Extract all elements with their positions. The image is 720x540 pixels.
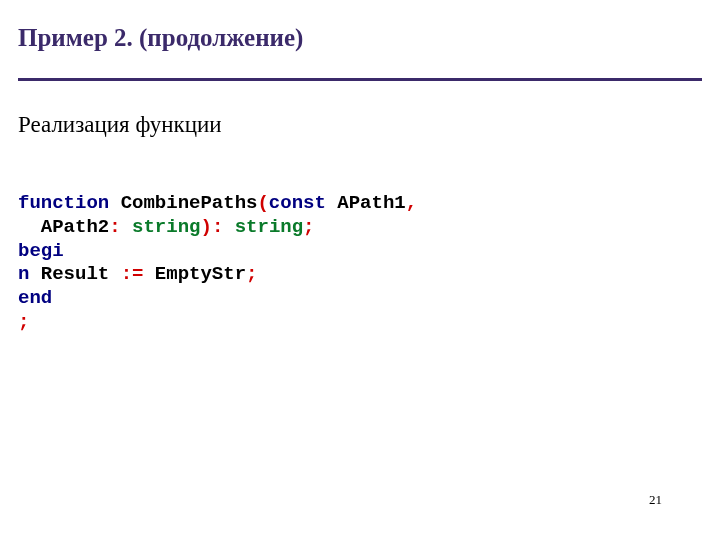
- comma: ,: [406, 192, 417, 214]
- slide: Пример 2. (продолжение) Реализация функц…: [0, 0, 720, 540]
- semicolon-2: ;: [246, 263, 257, 285]
- page-number: 21: [649, 492, 662, 508]
- semicolon-1: ;: [303, 216, 314, 238]
- keyword-begin-part2: n: [18, 263, 29, 285]
- assign-op: :=: [121, 263, 144, 285]
- code-block: function CombinePaths(const APath1, APat…: [18, 192, 417, 335]
- code-line-5: end: [18, 287, 52, 309]
- slide-title: Пример 2. (продолжение): [18, 24, 303, 52]
- semicolon-3: ;: [18, 311, 29, 333]
- paren-open: (: [257, 192, 268, 214]
- colon-2: :: [212, 216, 235, 238]
- type-string-1: string: [132, 216, 200, 238]
- space: [109, 192, 120, 214]
- code-line-2: APath2: string): string;: [18, 216, 315, 238]
- space: [109, 263, 120, 285]
- type-string-2: string: [235, 216, 303, 238]
- space: [29, 263, 40, 285]
- identifier-emptystr: EmptyStr: [155, 263, 246, 285]
- keyword-begin-part1: begi: [18, 240, 64, 262]
- space: [326, 192, 337, 214]
- identifier-apath1: APath1: [337, 192, 405, 214]
- subtitle: Реализация функции: [18, 112, 222, 138]
- keyword-const: const: [269, 192, 326, 214]
- keyword-function: function: [18, 192, 109, 214]
- code-line-3: begi: [18, 240, 64, 262]
- paren-close: ): [200, 216, 211, 238]
- indent: [18, 216, 41, 238]
- code-line-4: n Result := EmptyStr;: [18, 263, 257, 285]
- space: [143, 263, 154, 285]
- identifier-combinepaths: CombinePaths: [121, 192, 258, 214]
- identifier-apath2: APath2: [41, 216, 109, 238]
- keyword-end: end: [18, 287, 52, 309]
- colon: :: [109, 216, 132, 238]
- identifier-result: Result: [41, 263, 109, 285]
- horizontal-rule: [18, 78, 702, 81]
- code-line-6: ;: [18, 311, 29, 333]
- code-line-1: function CombinePaths(const APath1,: [18, 192, 417, 214]
